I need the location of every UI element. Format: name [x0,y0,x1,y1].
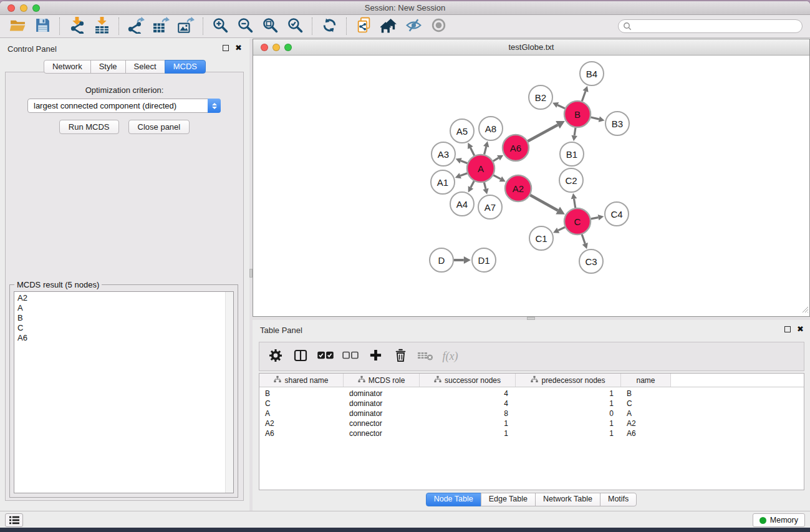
edge-A-A5[interactable] [470,148,474,156]
minimize-window-button[interactable] [20,4,27,12]
copy-network-icon [355,17,372,36]
edge-B-B1[interactable] [574,128,576,136]
edge-A-A7[interactable] [484,182,486,189]
result-item[interactable]: A2 [14,293,233,303]
table-row[interactable]: Bdominator41B [259,389,804,399]
edge-A-A2[interactable] [493,175,501,179]
search-input[interactable] [618,19,803,33]
edge-C-C1[interactable] [558,227,565,230]
export-image-button[interactable] [173,16,198,36]
edge-A-A1[interactable] [460,173,467,176]
column-header-successor-nodes[interactable]: successor nodes [420,374,516,387]
cell-name: A6 [621,429,671,438]
table-panel: Table Panel ✖ f(x) shared nameMCDS roles… [253,320,810,511]
mcds-panel: Optimization criterion: largest connecte… [5,72,244,501]
home-button[interactable] [376,16,401,36]
close-panel-icon[interactable]: ✖ [235,44,242,52]
edge-C-C3[interactable] [582,235,585,244]
edge-A2-C[interactable] [530,195,557,211]
add-button[interactable] [365,347,385,367]
edge-C-C2[interactable] [574,199,575,208]
column-header-shared-name[interactable]: shared name [259,374,344,387]
tab-network[interactable]: Network [44,60,91,74]
mcds-result-list: A2ABCA6 [14,291,234,493]
column-header-mcds-role[interactable]: MCDS role [344,374,420,387]
result-item[interactable]: A6 [14,333,233,343]
network-minimize-button[interactable] [272,44,280,51]
graph-node-label: A8 [485,123,496,134]
edge-B-B3[interactable] [591,117,599,119]
edge-C-C4[interactable] [591,218,599,219]
column-header-predecessor-nodes[interactable]: predecessor nodes [516,374,621,387]
export-table-button[interactable] [148,16,173,36]
table-row[interactable]: Cdominator41C [259,399,804,409]
close-window-button[interactable] [7,4,15,12]
zoom-window-button[interactable] [32,4,40,12]
result-item[interactable]: A [14,303,233,313]
copy-network-button[interactable] [351,16,376,36]
network-canvas[interactable]: AA5A8A3A1A4A7A6A2BB4B2B3B1CC2C4C1C3DD1 [253,56,809,316]
zoom-selected-button[interactable] [282,16,307,36]
import-network-button[interactable] [64,16,89,36]
tab-edge-table[interactable]: Edge Table [481,493,536,506]
edge-A6-B[interactable] [528,125,557,141]
edge-A-A6[interactable] [493,158,499,161]
select-all-button[interactable] [316,347,335,367]
columns-button[interactable] [291,347,311,367]
table-row[interactable]: A2connector11A2 [259,418,804,428]
tab-network-table[interactable]: Network Table [535,493,600,506]
edge-A-A3[interactable] [461,161,468,163]
close-panel-button[interactable]: Close panel [128,120,190,134]
tab-select[interactable]: Select [125,60,165,74]
float-panel-icon[interactable] [223,45,229,51]
refresh-button[interactable] [317,16,342,36]
criterion-dropdown[interactable]: largest connected component (directed) [27,99,221,113]
cell-predecessor-nodes: 0 [516,409,621,418]
float-panel-icon[interactable] [784,326,791,332]
zoom-fit-button[interactable] [258,16,282,36]
zoom-selected-icon [287,17,304,36]
export-network-button[interactable] [123,16,148,36]
result-item[interactable]: B [14,313,233,323]
open-session-button[interactable] [5,16,30,36]
save-session-button[interactable] [30,16,55,36]
edge-B-B4[interactable] [582,91,586,101]
edge-A-A8[interactable] [485,147,486,155]
cell-successor-nodes: 4 [420,389,516,398]
network-zoom-button[interactable] [284,44,292,51]
cell-predecessor-nodes: 1 [516,419,621,428]
edge-arrow-icon [483,141,489,147]
task-history-button[interactable] [5,513,23,527]
delete-button[interactable] [390,347,410,367]
close-panel-icon[interactable]: ✖ [797,326,804,333]
column-header-name[interactable]: name [621,374,671,387]
control-panel-tabs: NetworkStyleSelectMCDS [0,60,249,74]
export-image-icon [178,17,195,36]
save-session-icon [34,17,51,36]
tab-style[interactable]: Style [90,60,126,74]
tab-mcds[interactable]: MCDS [165,60,206,74]
tab-motifs[interactable]: Motifs [600,493,637,506]
memory-button[interactable]: Memory [753,513,805,527]
result-item[interactable]: C [14,323,233,333]
zoom-out-button[interactable] [233,16,258,36]
import-table-button[interactable] [89,16,114,36]
graph-node-label: C [574,216,581,227]
show-panel-button[interactable] [426,16,451,36]
hide-panel-button[interactable] [401,16,426,36]
table-row[interactable]: A6connector11A6 [259,428,804,438]
edge-B-B2[interactable] [557,105,565,108]
deselect-all-button[interactable] [340,347,360,367]
edge-A-A4[interactable] [471,181,474,187]
settings-button[interactable] [266,347,286,367]
edge-arrow-icon [571,193,577,200]
zoom-in-button[interactable] [208,16,233,36]
edge-arrow-icon [571,135,577,142]
toolbar-separator [59,17,60,35]
tab-node-table[interactable]: Node Table [426,493,481,506]
table-row[interactable]: Adominator80A [259,409,804,418]
network-close-button[interactable] [261,44,268,51]
scrollbar-track[interactable] [225,292,233,493]
run-mcds-button[interactable]: Run MCDS [59,120,119,134]
resize-grip-icon[interactable] [801,304,809,316]
